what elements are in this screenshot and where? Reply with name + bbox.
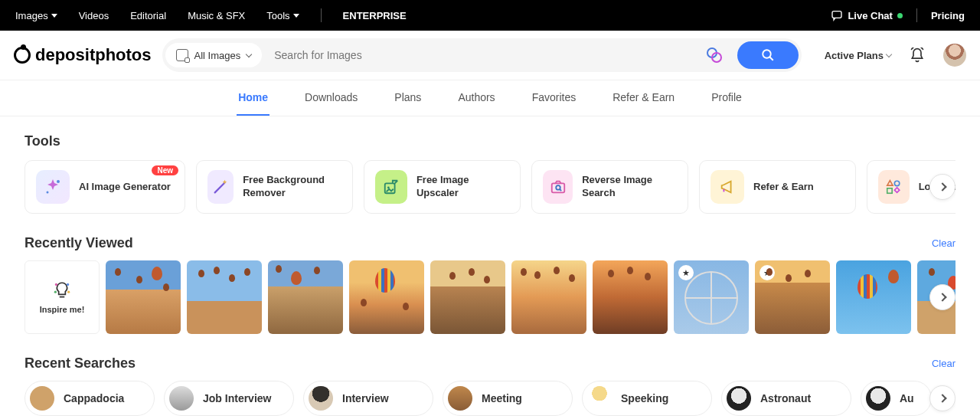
tab-downloads[interactable]: Downloads	[303, 80, 359, 116]
tool-ai-generator[interactable]: New AI Image Generator	[24, 160, 185, 214]
tool-refer-earn[interactable]: Refer & Earn	[699, 160, 856, 214]
topnav-editorial[interactable]: Editorial	[130, 10, 166, 21]
search-bar: All Images	[162, 38, 802, 72]
tab-plans[interactable]: Plans	[393, 80, 423, 116]
svg-rect-12	[887, 188, 892, 193]
recent-thumb[interactable]: ★	[755, 260, 830, 334]
recently-viewed-row: Inspire me! ★ ★	[24, 260, 956, 334]
tool-reverse-search[interactable]: Reverse Image Search	[531, 160, 688, 214]
pill-label: Meeting	[482, 392, 522, 404]
search-pill-cappadocia[interactable]: Cappadocia	[24, 381, 155, 416]
search-pill-job-interview[interactable]: Job Interview	[164, 381, 294, 416]
bell-icon	[910, 47, 925, 63]
recent-thumb[interactable]	[349, 260, 424, 334]
pill-thumb-icon	[30, 386, 54, 411]
ferris-wheel-illustration	[684, 271, 738, 325]
tab-favorites[interactable]: Favorites	[531, 80, 578, 116]
topnav-tools[interactable]: Tools	[266, 10, 299, 21]
inspire-label: Inspire me!	[40, 305, 85, 314]
pill-thumb-icon	[169, 386, 194, 411]
image-category-icon	[176, 49, 188, 61]
search-pill-astronaut[interactable]: Astronaut	[721, 381, 851, 416]
search-pill-partial[interactable]: Au	[861, 381, 932, 416]
pill-label: Interview	[342, 392, 389, 404]
tool-label: AI Image Generator	[79, 181, 171, 194]
search-pill-meeting[interactable]: Meeting	[443, 381, 573, 416]
topnav-music[interactable]: Music & SFX	[188, 10, 245, 21]
visual-search-button[interactable]	[704, 44, 725, 66]
tools-row: New AI Image Generator Free Background R…	[24, 160, 956, 214]
svg-point-3	[763, 50, 771, 58]
search-pill-interview[interactable]: Interview	[303, 381, 433, 416]
logo-icon	[14, 47, 31, 64]
camera-search-icon	[543, 170, 573, 204]
topnav-label: Editorial	[130, 10, 166, 21]
pill-thumb-icon	[587, 386, 612, 411]
pill-thumb-icon	[448, 386, 472, 411]
notifications-button[interactable]	[910, 47, 925, 63]
chat-icon	[831, 9, 843, 21]
svg-point-16	[67, 291, 70, 293]
topnav-videos[interactable]: Videos	[79, 10, 109, 21]
content: Tools New AI Image Generator Free Backgr…	[0, 116, 980, 419]
search-input[interactable]	[270, 49, 695, 61]
new-badge: New	[152, 165, 178, 175]
megaphone-icon	[710, 170, 744, 204]
search-button[interactable]	[737, 41, 799, 69]
tool-label: Reverse Image Search	[582, 174, 677, 200]
svg-point-14	[67, 283, 69, 286]
inspire-me-card[interactable]: Inspire me!	[24, 260, 100, 334]
tool-bg-remover[interactable]: Free Background Remover	[196, 160, 353, 214]
star-badge-icon: ★	[678, 265, 694, 280]
live-chat-button[interactable]: Live Chat	[831, 9, 903, 21]
tab-refer-earn[interactable]: Refer & Earn	[611, 80, 676, 116]
chevron-down-icon	[51, 14, 57, 18]
searches-scroll-next[interactable]	[929, 385, 956, 411]
recent-thumb[interactable]	[593, 260, 668, 334]
pill-thumb-icon	[727, 386, 751, 411]
brand-name: depositphotos	[35, 45, 152, 65]
chevron-right-icon	[938, 293, 946, 301]
magic-wand-icon	[207, 170, 234, 204]
recent-thumb[interactable]	[430, 260, 505, 334]
plans-label: Active Plans	[825, 50, 884, 61]
recent-thumb[interactable]	[187, 260, 262, 334]
recent-thumb[interactable]	[268, 260, 343, 334]
recent-thumb[interactable]	[511, 260, 586, 334]
category-selector[interactable]: All Images	[165, 43, 263, 67]
divider	[916, 8, 917, 22]
category-label: All Images	[194, 50, 241, 61]
recently-viewed-title: Recently Viewed	[24, 235, 133, 251]
svg-point-6	[47, 191, 49, 194]
recent-thumb[interactable]	[836, 260, 911, 334]
recently-viewed-clear[interactable]: Clear	[932, 237, 956, 249]
tools-scroll-next[interactable]	[929, 174, 956, 200]
tab-profile[interactable]: Profile	[710, 80, 743, 116]
tab-authors[interactable]: Authors	[456, 80, 496, 116]
tool-upscaler[interactable]: Free Image Upscaler	[364, 160, 521, 214]
pricing-link[interactable]: Pricing	[931, 10, 965, 21]
pill-label: Cappadocia	[64, 392, 124, 404]
pricing-label: Pricing	[931, 10, 965, 21]
topbar-right: Live Chat Pricing	[831, 8, 965, 22]
svg-rect-0	[832, 11, 841, 18]
active-plans-menu[interactable]: Active Plans	[825, 50, 891, 61]
recent-thumb[interactable]: ★	[674, 260, 749, 334]
user-avatar[interactable]	[943, 44, 966, 67]
topnav-label: ENTERPRISE	[343, 10, 407, 21]
pill-thumb-icon	[309, 386, 333, 411]
recent-scroll-next[interactable]	[929, 284, 956, 310]
topbar-left: Images Videos Editorial Music & SFX Tool…	[15, 8, 407, 22]
search-pill-speeking[interactable]: Speeking	[582, 381, 712, 416]
header-right: Active Plans	[825, 44, 966, 67]
recent-thumb[interactable]	[106, 260, 181, 334]
recent-searches-clear[interactable]: Clear	[932, 358, 956, 369]
svg-point-13	[55, 283, 57, 286]
topnav-enterprise[interactable]: ENTERPRISE	[343, 10, 407, 21]
topnav-images[interactable]: Images	[15, 10, 57, 21]
tab-home[interactable]: Home	[237, 80, 270, 116]
brand-logo[interactable]: depositphotos	[14, 45, 152, 65]
topnav-label: Tools	[266, 10, 289, 21]
pill-label: Astronaut	[760, 392, 811, 404]
lightbulb-icon	[52, 280, 72, 300]
